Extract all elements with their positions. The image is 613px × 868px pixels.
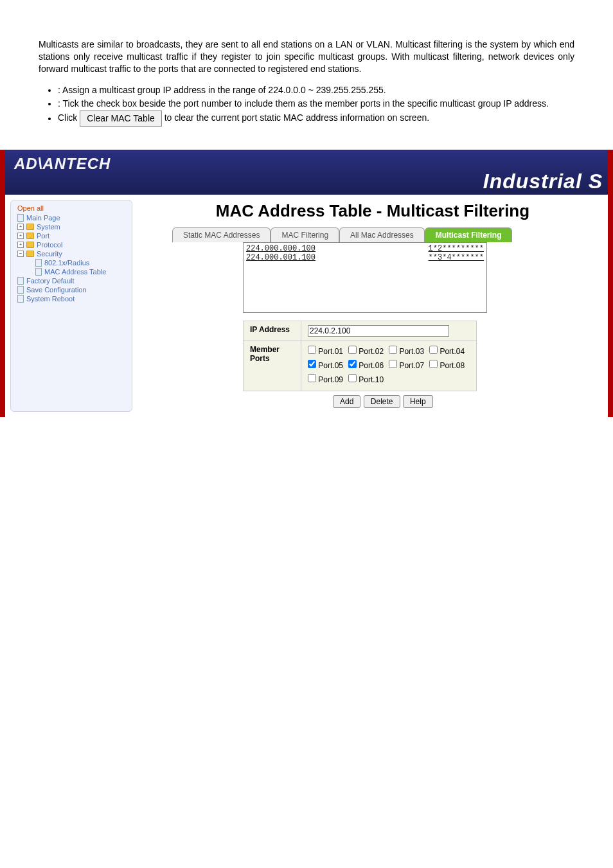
port-checkbox-Port.07[interactable]: Port.07 (389, 361, 424, 370)
doc-icon (35, 268, 42, 276)
nav-label: System Reboot (26, 295, 75, 303)
port-checkbox-Port.04[interactable]: Port.04 (429, 347, 465, 356)
member-ports-label: Member Ports (244, 341, 301, 391)
doc-icon (17, 295, 24, 303)
doc-icon (17, 286, 24, 294)
brand-sub: Industrial S (483, 170, 603, 193)
tab-mac-filtering[interactable]: MAC Filtering (271, 227, 339, 242)
port-checkbox-Port.02[interactable]: Port.02 (348, 347, 384, 356)
nav-label: Factory Default (26, 277, 75, 285)
port-checkbox-Port.06[interactable]: Port.06 (348, 361, 384, 370)
sidebar-item-security[interactable]: − Security (17, 249, 128, 258)
folder-icon (26, 242, 34, 248)
port-checkbox-input[interactable] (429, 360, 438, 368)
ip-address-label: IP Address (244, 321, 301, 341)
nav-label: System (37, 223, 60, 231)
delete-button[interactable]: Delete (364, 395, 400, 408)
list-ip: 224.000.000.100 (246, 244, 315, 253)
nav-label: 802.1x/Radius (44, 259, 89, 267)
sidebar-item-main-page[interactable]: Main Page (17, 213, 128, 222)
bullet-click: Click Clear MAC Table to clear the curre… (58, 111, 574, 127)
nav-sidebar: Open all Main Page + System + Port + Pro… (10, 200, 132, 412)
port-checkbox-input[interactable] (389, 360, 397, 368)
nav-label: Save Configuration (26, 286, 87, 294)
sidebar-item-factory-default[interactable]: Factory Default (17, 276, 128, 285)
port-checkbox-input[interactable] (348, 374, 357, 382)
list-item[interactable]: 224.000.001.100 **3*4******* (246, 253, 484, 262)
sidebar-item-save-config[interactable]: Save Configuration (17, 285, 128, 294)
nav-label: Protocol (37, 241, 62, 249)
collapse-icon[interactable]: − (17, 251, 24, 257)
add-button[interactable]: Add (333, 395, 360, 408)
sidebar-item-system[interactable]: + System (17, 222, 128, 231)
tab-static-mac[interactable]: Static MAC Addresses (172, 227, 271, 242)
nav-label: Main Page (26, 214, 60, 222)
sidebar-item-system-reboot[interactable]: System Reboot (17, 294, 128, 303)
list-members: **3*4******* (429, 253, 484, 262)
port-checkbox-input[interactable] (348, 360, 357, 368)
ip-address-input[interactable] (308, 325, 449, 337)
sidebar-item-port[interactable]: + Port (17, 231, 128, 240)
click-prefix: Click (58, 113, 77, 123)
sidebar-item-mac-address-table[interactable]: MAC Address Table (17, 267, 128, 276)
folder-open-icon (26, 251, 34, 257)
nav-label: Port (37, 232, 49, 240)
nav-label: Security (37, 250, 62, 258)
folder-icon (26, 224, 34, 230)
port-checkbox-Port.01[interactable]: Port.01 (308, 347, 343, 356)
tab-bar: Static MAC Addresses MAC Filtering All M… (172, 227, 599, 242)
sidebar-item-8021x[interactable]: 802.1x/Radius (17, 258, 128, 267)
tab-multicast-filtering[interactable]: Multicast Filtering (425, 227, 513, 242)
nav-label: MAC Address Table (44, 268, 106, 276)
port-checkbox-Port.05[interactable]: Port.05 (308, 361, 343, 370)
list-ip: 224.000.001.100 (246, 253, 315, 262)
intro-text: Multicasts are similar to broadcasts, th… (39, 39, 574, 75)
tab-all-mac[interactable]: All Mac Addresses (339, 227, 425, 242)
multicast-list[interactable]: 224.000.000.100 1*2********* 224.000.001… (243, 242, 487, 313)
click-suffix: to clear the current port static MAC add… (164, 113, 429, 123)
sidebar-item-protocol[interactable]: + Protocol (17, 240, 128, 249)
port-checkbox-input[interactable] (308, 360, 316, 368)
port-checkbox-input[interactable] (348, 346, 357, 354)
expand-icon[interactable]: + (17, 242, 24, 248)
expand-icon[interactable]: + (17, 233, 24, 239)
port-checkbox-input[interactable] (429, 346, 438, 354)
clear-mac-button[interactable]: Clear MAC Table (80, 111, 162, 127)
open-all-link[interactable]: Open all (17, 204, 128, 212)
port-checkbox-input[interactable] (308, 374, 316, 382)
page-title: MAC Address Table - Multicast Filtering (147, 201, 599, 221)
help-button[interactable]: Help (403, 395, 433, 408)
port-checkbox-Port.10[interactable]: Port.10 (348, 375, 384, 384)
expand-icon[interactable]: + (17, 224, 24, 230)
port-checkbox-input[interactable] (308, 346, 316, 354)
app-header: AD\ANTECH Industrial S (5, 150, 608, 195)
doc-icon (17, 277, 24, 285)
screenshot-frame: AD\ANTECH Industrial S Open all Main Pag… (0, 150, 613, 417)
list-item[interactable]: 224.000.000.100 1*2********* (246, 244, 484, 253)
bullet-ip: : Assign a multicast group IP address in… (58, 84, 574, 96)
bullet-member: : Tick the check box beside the port num… (58, 98, 574, 110)
port-checkbox-Port.09[interactable]: Port.09 (308, 375, 343, 384)
port-checkbox-grid: Port.01 Port.02 Port.03 Port.04 Port.05 … (308, 345, 470, 387)
port-checkbox-Port.08[interactable]: Port.08 (429, 361, 465, 370)
folder-icon (26, 233, 34, 239)
port-checkbox-input[interactable] (389, 346, 397, 354)
list-members: 1*2********* (429, 244, 484, 253)
doc-icon (35, 259, 42, 267)
doc-icon (17, 214, 24, 222)
port-checkbox-Port.03[interactable]: Port.03 (389, 347, 424, 356)
